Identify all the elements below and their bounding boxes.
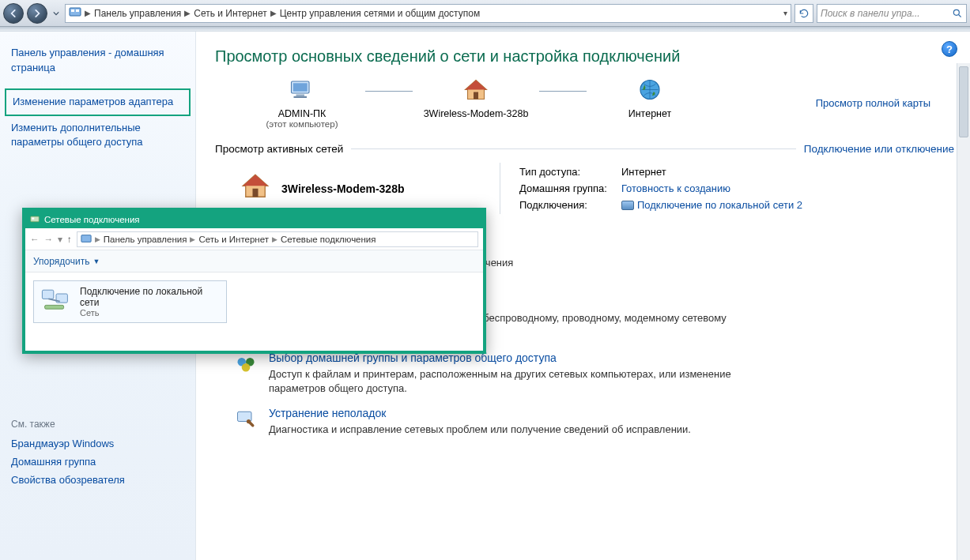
sidebar-advanced-sharing-link[interactable]: Изменить дополнительные параметры общего… — [11, 121, 184, 151]
task-homegroup-sharing: Выбор домашней группы и параметров общег… — [234, 351, 954, 396]
access-type-value: Интернет — [621, 164, 815, 179]
active-network-block: 3Wireless-Modem-328b Тип доступа: Интерн… — [215, 163, 954, 214]
search-input[interactable]: Поиск в панели упра... — [817, 4, 967, 23]
popup-body: Подключение по локальной сети Сеть — [25, 272, 483, 351]
breadcrumb-control-panel[interactable]: Панель управления — [94, 8, 181, 19]
popup-crumb-cp[interactable]: Панель управления — [104, 235, 187, 244]
nav-forward-button[interactable] — [27, 3, 47, 24]
popup-breadcrumb[interactable]: ▶ Панель управления ▶ Сеть и Интернет ▶ … — [77, 231, 478, 247]
breadcrumb-path[interactable]: ▶ Панель управления ▶ Сеть и Интернет ▶ … — [65, 4, 791, 23]
network-details: Тип доступа: Интернет Домашняя группа: Г… — [500, 163, 817, 214]
breadcrumb-network-internet[interactable]: Сеть и Интернет — [194, 8, 266, 19]
control-panel-glyph-icon — [81, 233, 92, 246]
svg-rect-23 — [42, 290, 53, 299]
popup-crumb-net[interactable]: Сеть и Интернет — [198, 235, 269, 244]
connection-item-sub: Сеть — [80, 308, 220, 318]
map-node-this-pc[interactable]: ADMIN-ПК (этот компьютер) — [239, 77, 365, 129]
access-type-label: Тип доступа: — [519, 164, 620, 179]
network-name: 3Wireless-Modem-328b — [281, 182, 404, 195]
map-connector — [365, 91, 413, 92]
full-map-link[interactable]: Просмотр полной карты — [816, 97, 930, 109]
connection-link[interactable]: Подключение по локальной сети 2 — [637, 199, 802, 211]
sidebar-see-also-label: См. также — [11, 419, 184, 430]
svg-rect-2 — [76, 9, 79, 12]
svg-rect-8 — [474, 92, 478, 100]
popup-forward-button[interactable]: → — [44, 235, 54, 244]
map-node-pc-label: ADMIN-ПК — [278, 108, 326, 119]
map-node-router[interactable]: 3Wireless-Modem-328b — [413, 77, 539, 129]
sidebar-home-link[interactable]: Панель управления - домашняя страница — [11, 46, 184, 76]
popup-titlebar[interactable]: Сетевые подключения — [25, 211, 483, 228]
task-homegroup-sharing-desc: Доступ к файлам и принтерам, расположенн… — [269, 367, 775, 396]
house-icon — [460, 77, 492, 105]
task-troubleshoot-link[interactable]: Устранение неполадок — [269, 407, 691, 419]
svg-rect-5 — [293, 83, 308, 92]
chevron-down-icon: ▼ — [92, 257, 100, 265]
refresh-button[interactable] — [794, 4, 813, 23]
nav-back-button[interactable] — [3, 3, 24, 24]
nav-history-dropdown[interactable] — [51, 3, 62, 24]
page-title: Просмотр основных сведений о сети и наст… — [215, 47, 954, 66]
svg-point-17 — [242, 363, 251, 372]
svg-rect-7 — [294, 96, 308, 98]
sidebar-homegroup-link[interactable]: Домашняя группа — [11, 456, 184, 468]
popup-title-text: Сетевые подключения — [44, 215, 140, 224]
connections-label: Подключения: — [519, 197, 620, 212]
svg-rect-21 — [32, 218, 34, 220]
chevron-right-icon: ▶ — [85, 9, 91, 17]
svg-rect-6 — [296, 95, 305, 96]
network-map: ADMIN-ПК (этот компьютер) 3Wireless-Mode… — [215, 77, 954, 129]
map-connector — [539, 91, 587, 92]
popup-crumb-conn[interactable]: Сетевые подключения — [281, 235, 376, 244]
sidebar-firewall-link[interactable]: Брандмауэр Windows — [11, 438, 184, 449]
homegroup-label: Домашняя группа: — [519, 181, 620, 196]
scrollbar-thumb[interactable] — [959, 66, 968, 137]
sidebar-adapter-settings-link[interactable]: Изменение параметров адаптера — [5, 88, 191, 116]
map-node-internet[interactable]: Интернет — [587, 77, 713, 129]
connect-disconnect-link[interactable]: Подключение или отключение — [804, 143, 954, 155]
breadcrumb-network-center[interactable]: Центр управления сетями и общим доступом — [280, 8, 481, 19]
computer-icon — [286, 77, 318, 105]
popup-back-button[interactable]: ← — [30, 235, 40, 244]
svg-rect-10 — [253, 188, 259, 197]
search-placeholder: Поиск в панели упра... — [821, 8, 952, 19]
popup-address-bar: ← → ▾ ↑ ▶ Панель управления ▶ Сеть и Инт… — [25, 228, 483, 250]
house-icon — [239, 171, 272, 207]
homegroup-link[interactable]: Готовность к созданию — [621, 182, 730, 194]
nic-icon — [621, 201, 634, 210]
active-networks-label: Просмотр активных сетей — [215, 143, 343, 155]
connection-item-lan[interactable]: Подключение по локальной сети Сеть — [33, 280, 227, 323]
map-node-pc-sub: (этот компьютер) — [266, 119, 338, 129]
address-bar: ▶ Панель управления ▶ Сеть и Интернет ▶ … — [0, 0, 970, 27]
homegroup-icon — [234, 351, 258, 375]
map-node-router-label: 3Wireless-Modem-328b — [424, 108, 529, 119]
sidebar-browser-link[interactable]: Свойства обозревателя — [11, 474, 184, 486]
svg-point-3 — [953, 9, 959, 15]
network-connections-window: Сетевые подключения ← → ▾ ↑ ▶ Панель упр… — [22, 208, 486, 354]
connection-item-name: Подключение по локальной сети — [80, 286, 220, 308]
task-troubleshoot-desc: Диагностика и исправление сетевых пробле… — [269, 423, 691, 437]
network-folder-icon — [30, 214, 40, 225]
map-node-internet-label: Интернет — [628, 108, 672, 119]
popup-toolbar: Упорядочить ▼ — [25, 250, 483, 272]
path-dropdown-icon[interactable]: ▾ — [783, 9, 787, 17]
svg-rect-1 — [71, 9, 74, 12]
vertical-scrollbar[interactable] — [957, 63, 970, 560]
chevron-right-icon: ▶ — [270, 9, 277, 17]
svg-rect-22 — [81, 235, 91, 242]
search-icon — [952, 8, 963, 19]
help-button[interactable]: ? — [942, 41, 957, 57]
svg-point-19 — [247, 419, 251, 423]
globe-icon — [634, 77, 666, 105]
control-panel-glyph-icon — [69, 6, 81, 21]
svg-rect-25 — [45, 305, 64, 309]
task-troubleshoot: Устранение неполадок Диагностика и испра… — [234, 407, 954, 437]
nic-pair-icon — [40, 288, 72, 316]
popup-up-button[interactable]: ↑ — [67, 235, 72, 244]
organize-menu-button[interactable]: Упорядочить ▼ — [33, 256, 100, 267]
active-networks-header: Просмотр активных сетей Подключение или … — [215, 143, 954, 155]
chevron-right-icon: ▶ — [184, 9, 191, 17]
troubleshoot-icon — [234, 407, 258, 430]
